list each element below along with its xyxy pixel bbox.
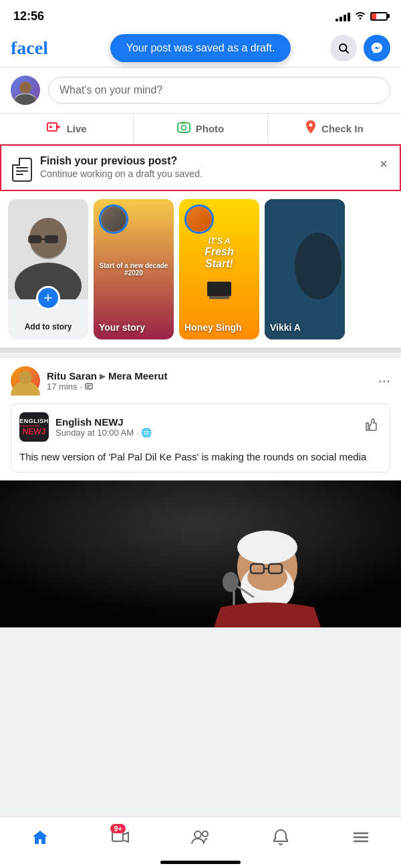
svg-rect-9 [178, 123, 190, 132]
user-avatar [11, 76, 40, 105]
feed-post: Ritu Saran ▶ Mera Meerut 17 mins · ··· E… [0, 358, 401, 627]
facebook-logo: facel [11, 37, 48, 59]
nav-home[interactable] [0, 823, 80, 852]
post-input[interactable]: What's on your mind? [48, 77, 390, 104]
post-actions-bar: Live Photo Check In [0, 114, 401, 144]
photo-button[interactable]: Photo [134, 114, 267, 144]
checkin-button[interactable]: Check In [268, 114, 401, 144]
svg-marker-8 [57, 125, 61, 129]
honey-singh-label: Honey Singh [184, 322, 242, 333]
your-story-label: Your story [99, 322, 145, 333]
bell-icon [272, 828, 289, 847]
svg-point-24 [295, 233, 342, 299]
svg-rect-45 [112, 832, 123, 841]
signal-bars-icon [336, 11, 350, 21]
svg-rect-18 [45, 235, 58, 243]
draft-toast: Your post was saved as a draft. [110, 34, 291, 62]
post-author-info: Ritu Saran ▶ Mera Meerut 17 mins · [11, 366, 167, 396]
svg-rect-21 [209, 297, 229, 299]
stories-scroll: + Add to story Start of a new decade #20… [0, 199, 401, 339]
nav-groups[interactable] [160, 823, 241, 852]
vikki-story-card[interactable]: Vikki A [265, 199, 345, 339]
nav-notifications[interactable] [241, 823, 321, 852]
post-author-avatar [11, 366, 40, 396]
wifi-icon [354, 10, 366, 22]
draft-banner: Finish your previous post? Continue work… [0, 144, 401, 191]
video-badge: 9+ [110, 824, 126, 833]
svg-rect-32 [0, 480, 401, 627]
draft-text: Finish your previous post? Continue work… [40, 155, 203, 179]
post-box: What's on your mind? [0, 67, 401, 114]
app-header: facel Your post was saved as a draft. [0, 29, 401, 67]
live-icon [47, 121, 61, 136]
add-story-btn[interactable]: + [36, 286, 60, 310]
battery-icon [370, 12, 388, 21]
draft-document-icon [12, 156, 32, 180]
photo-icon [177, 121, 190, 136]
nav-video[interactable]: 9+ [80, 823, 160, 852]
svg-point-10 [181, 126, 186, 130]
svg-rect-20 [207, 282, 231, 297]
shared-post-card: ENGLISH NEWJ English NEWJ Sunday at 10:0… [11, 404, 390, 472]
svg-point-26 [19, 371, 32, 384]
stories-section: + Add to story Start of a new decade #20… [0, 191, 401, 353]
story-avatar-ring [99, 204, 128, 234]
vikki-label: Vikki A [270, 322, 301, 333]
globe-icon: 🌐 [141, 428, 152, 438]
like-button[interactable] [363, 416, 382, 438]
status-icons [336, 10, 388, 22]
status-time: 12:56 [13, 9, 44, 23]
status-bar: 12:56 [0, 0, 401, 29]
post-header: Ritu Saran ▶ Mera Meerut 17 mins · ··· [0, 358, 401, 404]
add-to-story-card[interactable]: + Add to story [8, 199, 88, 339]
messenger-button[interactable] [364, 35, 390, 61]
checkin-icon [305, 120, 316, 137]
home-indicator [160, 861, 241, 864]
news-logo: ENGLISH NEWJ [19, 412, 49, 442]
draft-close-button[interactable]: × [378, 155, 389, 173]
header-right [330, 35, 390, 61]
shared-post-header: ENGLISH NEWJ English NEWJ Sunday at 10:0… [11, 404, 390, 450]
news-headline: This new version of 'Pal Pal Dil Ke Pass… [11, 450, 390, 472]
svg-rect-17 [28, 235, 41, 243]
honey-singh-story-card[interactable]: IT'S A Fresh Start! Honey Singh [179, 199, 259, 339]
svg-point-4 [19, 82, 31, 94]
your-story-card[interactable]: Start of a new decade #2020 Your story [94, 199, 174, 339]
svg-point-36 [237, 531, 297, 564]
video-thumbnail[interactable] [0, 480, 401, 627]
svg-line-1 [346, 50, 348, 53]
groups-icon [190, 828, 211, 847]
add-story-label: Add to story [8, 322, 88, 331]
honey-singh-avatar [184, 204, 214, 234]
home-icon [31, 828, 49, 847]
svg-rect-11 [182, 122, 186, 124]
svg-point-47 [194, 831, 201, 838]
hamburger-icon [352, 828, 370, 847]
svg-point-48 [203, 831, 208, 837]
svg-point-44 [223, 572, 239, 592]
live-button[interactable]: Live [0, 114, 134, 144]
svg-point-0 [340, 44, 347, 51]
svg-rect-28 [86, 384, 92, 389]
svg-point-7 [49, 126, 52, 128]
nav-menu[interactable] [321, 823, 401, 852]
post-options-button[interactable]: ··· [378, 372, 390, 390]
svg-marker-46 [123, 833, 128, 842]
search-button[interactable] [330, 35, 357, 61]
